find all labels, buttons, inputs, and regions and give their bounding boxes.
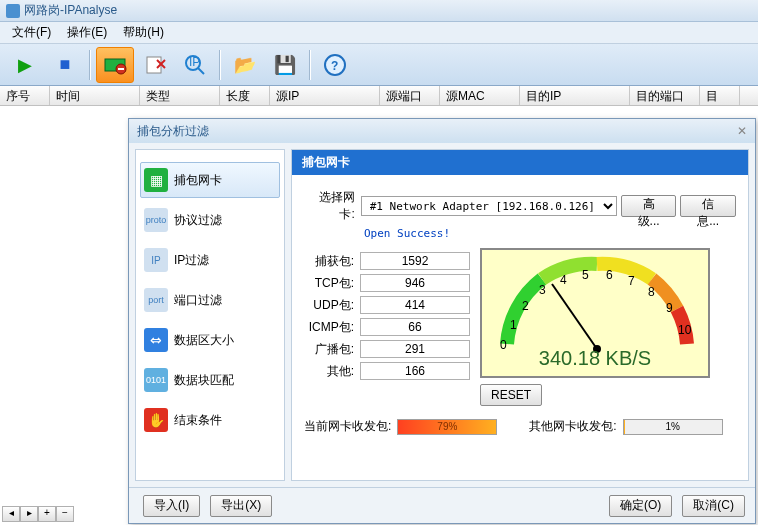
adapter-select[interactable]: #1 Network Adapter [192.168.0.126]	[361, 196, 617, 216]
stat-icmp: 66	[360, 318, 470, 336]
export-button[interactable]: 导出(X)	[210, 495, 272, 517]
menu-operate[interactable]: 操作(E)	[59, 22, 115, 43]
dialog-titlebar: 捕包分析过滤 ✕	[129, 119, 755, 143]
svg-text:1: 1	[510, 318, 517, 332]
ip-icon: IP	[144, 248, 168, 272]
col-time[interactable]: 时间	[50, 86, 140, 105]
col-srcport[interactable]: 源端口	[380, 86, 440, 105]
dialog-sidebar: ▦ 捕包网卡 proto 协议过滤 IP IP过滤 port 端口过滤 ⇔ 数据…	[135, 149, 285, 481]
menubar: 文件(F) 操作(E) 帮助(H)	[0, 22, 758, 44]
svg-text:4: 4	[560, 273, 567, 287]
col-type[interactable]: 类型	[140, 86, 220, 105]
svg-text:6: 6	[606, 268, 613, 282]
toolbar: ▶ ■ IP 📂 💾 ?	[0, 44, 758, 86]
window-titlebar: 网路岗-IPAnalyse	[0, 0, 758, 22]
reset-button[interactable]: RESET	[480, 384, 542, 406]
svg-text:5: 5	[582, 268, 589, 282]
col-len[interactable]: 长度	[220, 86, 270, 105]
port-icon: port	[144, 288, 168, 312]
tab-prev[interactable]: ◂	[2, 506, 20, 522]
start-button[interactable]: ▶	[6, 47, 44, 83]
delete-button[interactable]	[136, 47, 174, 83]
speed-gauge: 01 23 45 67 89 10 340.18 KB/S	[480, 248, 710, 378]
svg-text:10: 10	[678, 323, 692, 337]
gauge-value: 340.18 KB/S	[482, 347, 708, 370]
stats-table: 捕获包:1592 TCP包:946 UDP包:414 ICMP包:66 广播包:…	[304, 248, 470, 406]
sidebar-item-port[interactable]: port 端口过滤	[140, 282, 280, 318]
open-status: Open Success!	[364, 227, 736, 240]
filter-dialog: 捕包分析过滤 ✕ ▦ 捕包网卡 proto 协议过滤 IP IP过滤 port …	[128, 118, 756, 524]
sidebar-item-datablock[interactable]: 0101 数据块匹配	[140, 362, 280, 398]
stat-broadcast: 291	[360, 340, 470, 358]
stat-other: 166	[360, 362, 470, 380]
stat-udp: 414	[360, 296, 470, 314]
info-button[interactable]: 信息...	[680, 195, 736, 217]
col-more[interactable]: 目	[700, 86, 740, 105]
cur-pct-label: 当前网卡收发包:	[304, 418, 391, 435]
cur-pct-bar: 79%	[397, 419, 497, 435]
network-card-icon: ▦	[144, 168, 168, 192]
advanced-button[interactable]: 高级...	[621, 195, 677, 217]
cancel-button[interactable]: 取消(C)	[682, 495, 745, 517]
help-button[interactable]: ?	[316, 47, 354, 83]
save-button[interactable]: 💾	[266, 47, 304, 83]
col-dstip[interactable]: 目的IP	[520, 86, 630, 105]
menu-file[interactable]: 文件(F)	[4, 22, 59, 43]
stat-captured: 1592	[360, 252, 470, 270]
import-button[interactable]: 导入(I)	[143, 495, 200, 517]
sidebar-item-ip[interactable]: IP IP过滤	[140, 242, 280, 278]
dialog-footer: 导入(I) 导出(X) 确定(O) 取消(C)	[129, 487, 755, 523]
col-dstport[interactable]: 目的端口	[630, 86, 700, 105]
sidebar-item-protocol[interactable]: proto 协议过滤	[140, 202, 280, 238]
col-srcip[interactable]: 源IP	[270, 86, 380, 105]
col-seq[interactable]: 序号	[0, 86, 50, 105]
svg-text:3: 3	[539, 283, 546, 297]
dialog-title: 捕包分析过滤	[137, 123, 209, 140]
table-header: 序号 时间 类型 长度 源IP 源端口 源MAC 目的IP 目的端口 目	[0, 86, 758, 106]
svg-line-11	[552, 284, 597, 349]
svg-text:?: ?	[331, 59, 338, 73]
ok-button[interactable]: 确定(O)	[609, 495, 672, 517]
sidebar-item-endcond[interactable]: ✋ 结束条件	[140, 402, 280, 438]
block-icon: 0101	[144, 368, 168, 392]
ip-search-button[interactable]: IP	[176, 47, 214, 83]
other-pct-bar: 1%	[623, 419, 723, 435]
window-title: 网路岗-IPAnalyse	[24, 2, 117, 19]
col-srcmac[interactable]: 源MAC	[440, 86, 520, 105]
svg-text:9: 9	[666, 301, 673, 315]
tab-del[interactable]: −	[56, 506, 74, 522]
app-icon	[6, 4, 20, 18]
stop-icon: ✋	[144, 408, 168, 432]
svg-text:7: 7	[628, 274, 635, 288]
svg-text:8: 8	[648, 285, 655, 299]
tab-strip: ◂ ▸ + −	[0, 503, 76, 525]
svg-text:2: 2	[522, 299, 529, 313]
size-icon: ⇔	[144, 328, 168, 352]
stat-tcp: 946	[360, 274, 470, 292]
protocol-icon: proto	[144, 208, 168, 232]
panel-header: 捕包网卡	[292, 150, 748, 175]
stop-button[interactable]: ■	[46, 47, 84, 83]
tab-add[interactable]: +	[38, 506, 56, 522]
open-button[interactable]: 📂	[226, 47, 264, 83]
sidebar-item-adapter[interactable]: ▦ 捕包网卡	[140, 162, 280, 198]
adapter-button[interactable]	[96, 47, 134, 83]
sidebar-item-datasize[interactable]: ⇔ 数据区大小	[140, 322, 280, 358]
svg-text:IP: IP	[189, 55, 200, 69]
adapter-label: 选择网卡:	[304, 189, 361, 223]
tab-next[interactable]: ▸	[20, 506, 38, 522]
close-icon[interactable]: ✕	[737, 124, 747, 138]
main-panel: 捕包网卡 选择网卡: #1 Network Adapter [192.168.0…	[291, 149, 749, 481]
menu-help[interactable]: 帮助(H)	[115, 22, 172, 43]
other-pct-label: 其他网卡收发包:	[529, 418, 616, 435]
svg-rect-2	[118, 68, 124, 70]
